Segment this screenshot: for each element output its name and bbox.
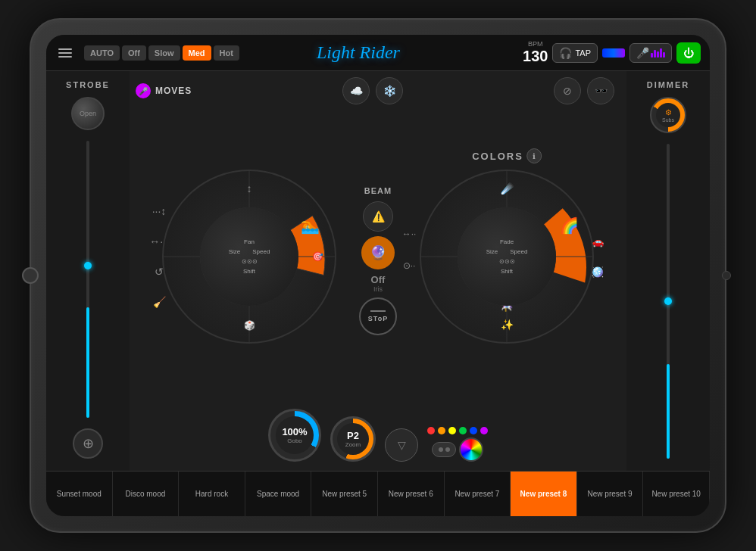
top-seg-icon-left: ↕ — [247, 182, 252, 195]
off-sublabel: Iris — [373, 285, 383, 293]
strobe-slider[interactable] — [86, 141, 89, 418]
dot-2 — [445, 447, 450, 452]
dot-purple — [480, 427, 488, 434]
broom-icon-left[interactable]: 🧹 — [147, 290, 171, 314]
dimmer-panel: DIMMER ⚙ Subs — [626, 71, 710, 471]
preset-2[interactable]: Hard rock — [179, 472, 245, 516]
color-dots-row — [427, 427, 488, 434]
target-icon: 🎯 — [312, 251, 323, 262]
tap-label: TAP — [575, 48, 591, 58]
top-center-icons: ☁️ ❄️ — [192, 77, 554, 104]
bpm-label: BPM — [528, 40, 543, 48]
tap-button[interactable]: 🎧 TAP — [552, 43, 598, 63]
colors-label: COLORS — [472, 151, 523, 162]
tablet-screen: AUTO Off Slow Med Hot Light Rider BPM 13… — [46, 35, 710, 516]
glasses-icon-btn[interactable]: 🕶️ — [587, 77, 614, 104]
bottom-knobs: 100% Gobo P2 Zoom — [130, 406, 626, 465]
strobe-slider-fill — [86, 307, 89, 418]
app-logo: Light Rider — [200, 42, 517, 63]
strobe-open-label: Open — [80, 110, 96, 117]
dimmer-slider-container — [667, 138, 670, 465]
moves-label: 🎤 MOVES — [136, 83, 192, 98]
no-entry-icon-btn[interactable]: ⊘ — [554, 77, 581, 104]
left-shift-text: Shift — [243, 268, 255, 275]
top-bar: AUTO Off Slow Med Hot Light Rider BPM 13… — [46, 35, 710, 71]
tablet: AUTO Off Slow Med Hot Light Rider BPM 13… — [30, 18, 726, 533]
p2-knob-container: P2 Zoom — [330, 416, 376, 462]
camera-dot — [722, 271, 731, 280]
dimmer-slider[interactable] — [667, 144, 670, 459]
top-right-icons: ⊘ 🕶️ — [554, 77, 614, 104]
rainbow-icon: 🌈 — [560, 216, 579, 235]
colors-info-btn[interactable]: ℹ — [526, 148, 542, 163]
two-dots-btn[interactable] — [432, 442, 456, 457]
right-fade-label: Fade — [500, 238, 514, 245]
right-size-label: Size — [486, 248, 498, 255]
off-speed-btn[interactable]: Off — [122, 45, 146, 61]
crosshair-button[interactable]: ⊕ — [73, 428, 103, 459]
left-wheel[interactable]: Fan Size Speed ⊙⊙⊙ Shift — [162, 170, 336, 344]
prism-button[interactable]: ▽ — [385, 428, 418, 462]
p2-knob[interactable]: P2 Zoom — [330, 416, 376, 462]
preset-8[interactable]: New preset 9 — [577, 472, 644, 516]
comet-icon: ☄️ — [501, 182, 514, 195]
mic-icon: 🎤 — [636, 47, 649, 59]
menu-icon[interactable] — [55, 45, 75, 61]
gobo-inner: 100% Gobo — [276, 416, 314, 454]
strobe-label: STROBE — [66, 80, 110, 89]
home-button[interactable] — [22, 267, 39, 284]
gobo-knob-container: 100% Gobo — [268, 409, 321, 462]
main-content: STROBE Open ⊕ 🎤 MOVES — [46, 71, 710, 471]
right-outer-icons-left: ↔·· ⊙·· — [397, 222, 421, 278]
moves-mic-icon[interactable]: 🎤 — [136, 83, 151, 98]
right-speed-label: Speed — [510, 248, 527, 255]
mic-button[interactable]: 🎤 — [629, 43, 672, 63]
preset-7[interactable]: New preset 8 — [511, 472, 577, 516]
prism-icon: ▽ — [398, 439, 406, 451]
swim-icon: 🏊 — [301, 216, 320, 235]
circles-icon[interactable]: ⊙·· — [397, 254, 421, 278]
sparkles-icon: ✨ — [501, 319, 514, 331]
color-wheel-btn[interactable] — [459, 437, 483, 462]
headphone-icon: 🎧 — [559, 47, 572, 59]
dots-icon-left[interactable]: ···↕ — [147, 199, 171, 223]
preset-3[interactable]: Space mood — [245, 472, 312, 516]
stop-line — [370, 310, 386, 312]
bpm-section: BPM 130 🎧 TAP 🎤 — [523, 40, 701, 65]
gobo-knob[interactable]: 100% Gobo — [268, 409, 321, 462]
subs-knob[interactable]: ⚙ Subs — [650, 97, 686, 133]
gobo-percent: 100% — [282, 426, 307, 437]
gobo-label: Gobo — [287, 437, 302, 444]
dot-blue — [470, 427, 477, 434]
subs-icon: ⚙ — [665, 108, 672, 117]
dot-green — [459, 427, 467, 434]
auto-speed-btn[interactable]: AUTO — [84, 45, 120, 61]
bpm-value: 130 — [523, 48, 548, 65]
warning-icon-btn[interactable]: ⚠️ — [363, 201, 393, 232]
left-wheel-section: ···↕ ↔··· ↺ 🧹 — [162, 170, 336, 344]
preset-1[interactable]: Disco mood — [113, 472, 180, 516]
slow-speed-btn[interactable]: Slow — [148, 45, 180, 61]
stop-button[interactable]: SToP — [359, 297, 397, 335]
preset-4[interactable]: New preset 5 — [311, 472, 378, 516]
center-area: 🎤 MOVES ☁️ ❄️ ⊘ 🕶️ — [130, 71, 626, 471]
p2-label: P2 — [347, 430, 359, 441]
snowflake-icon-btn[interactable]: ❄️ — [376, 77, 403, 104]
stop-label: SToP — [368, 315, 388, 322]
left-fan-label: Fan — [244, 238, 255, 245]
preset-6[interactable]: New preset 7 — [445, 472, 511, 516]
preset-5[interactable]: New preset 6 — [378, 472, 445, 516]
preset-9[interactable]: New preset 10 — [643, 472, 710, 516]
power-button[interactable]: ⏻ — [676, 42, 701, 64]
strobe-knob[interactable]: Open — [71, 97, 105, 130]
beam-special-btn[interactable]: 🔮 — [361, 236, 395, 269]
arrows-lr-icon[interactable]: ↔·· — [397, 222, 421, 246]
dot-yellow — [448, 427, 456, 434]
beam-label: BEAM — [364, 186, 392, 195]
off-label: Off — [371, 274, 386, 285]
right-wheel[interactable]: Fade Size Speed ⊙⊙⊙ Shift — [420, 170, 594, 344]
p2-sublabel: Zoom — [345, 441, 361, 448]
off-iris-btn[interactable]: Off Iris — [371, 274, 386, 293]
preset-0[interactable]: Sunset mood — [46, 472, 113, 516]
cloud-icon-btn[interactable]: ☁️ — [342, 77, 370, 104]
